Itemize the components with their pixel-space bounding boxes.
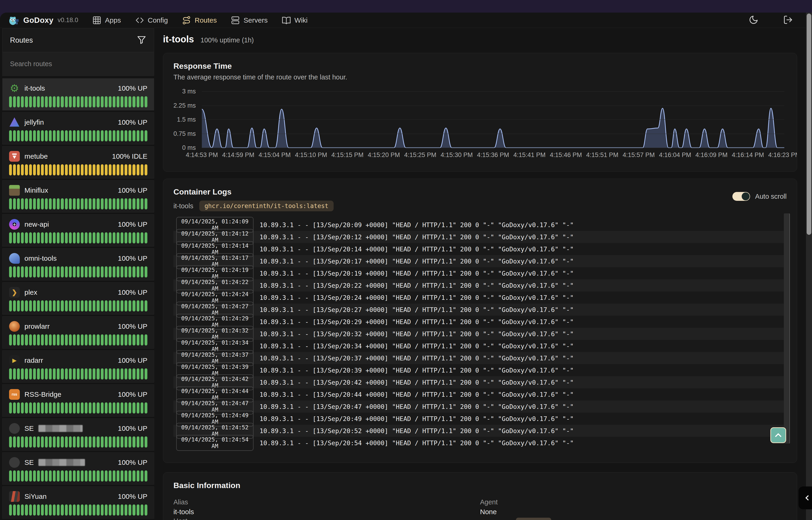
uptime-bar [41, 334, 44, 345]
uptime-bar [57, 436, 60, 447]
nav-item-apps[interactable]: Apps [92, 16, 121, 25]
uptime-bar [113, 164, 115, 176]
uptime-bar [93, 402, 95, 414]
log-list[interactable]: 09/14/2025, 01:24:09 AM 10.89.3.1 - - [1… [173, 219, 787, 449]
uptime-bar [93, 470, 95, 482]
uptime-bar [65, 504, 68, 516]
logout-button[interactable] [783, 15, 793, 26]
uptime-bar [113, 96, 115, 107]
page-scrollbar[interactable] [806, 12, 812, 520]
collapse-panel-tab[interactable] [799, 487, 812, 509]
uptime-bar [117, 164, 119, 176]
uptime-bar [105, 266, 108, 278]
uptime-bar [49, 266, 52, 278]
route-list-item[interactable]: omni-tools 100% UP [2, 249, 154, 281]
uptime-bar [65, 402, 68, 414]
page-scrollbar-thumb[interactable] [807, 14, 811, 235]
uptime-bar [25, 300, 28, 311]
nav-item-wiki[interactable]: Wiki [282, 16, 308, 25]
uptime-bar [120, 402, 123, 414]
uptime-bar [141, 402, 143, 414]
route-app-icon [9, 423, 20, 434]
uptime-bar [69, 334, 72, 345]
uptime-bar [133, 470, 135, 482]
uptime-bar [33, 470, 36, 482]
uptime-bar [133, 266, 135, 278]
nav-item-routes[interactable]: Routes [182, 16, 217, 25]
route-uptime-bars [9, 266, 147, 278]
uptime-bar [113, 130, 115, 141]
route-app-icon [9, 185, 20, 196]
nav-item-config[interactable]: Config [135, 16, 168, 25]
route-list-item[interactable]: Miniflux 100% UP [2, 180, 154, 212]
uptime-bar [120, 130, 123, 141]
uptime-bar [141, 232, 143, 243]
uptime-bar [120, 164, 123, 176]
uptime-bar [101, 402, 104, 414]
uptime-bar [61, 232, 63, 243]
field-label: Agent [480, 498, 787, 506]
uptime-bar [49, 470, 52, 482]
scroll-to-top-button[interactable] [770, 427, 786, 443]
uptime-bar [141, 470, 143, 482]
route-list-item[interactable]: SE 100% UP [2, 452, 154, 485]
uptime-bar [57, 130, 60, 141]
route-list-item[interactable]: + new-api 100% UP [2, 214, 154, 246]
uptime-bar [69, 436, 72, 447]
uptime-bar [89, 334, 91, 345]
uptime-bar [25, 402, 28, 414]
route-list-item[interactable]: jellyfin 100% UP [2, 112, 154, 145]
uptime-bar [96, 266, 100, 278]
uptime-bar [61, 266, 63, 278]
brand[interactable]: GoDoxy v0.18.0 [8, 15, 78, 26]
uptime-bar [25, 436, 28, 447]
auto-scroll-toggle[interactable] [732, 192, 750, 201]
sidebar-title: Routes [10, 36, 33, 45]
uptime-bar [21, 300, 24, 311]
uptime-bar [133, 232, 135, 243]
route-app-icon: rss [9, 389, 20, 400]
uptime-bar [124, 96, 127, 107]
log-message: 10.89.3.1 - - [13/Sep/20:14 +0000] "HEAD… [259, 245, 573, 253]
log-row: 09/14/2025, 01:24:49 AM 10.89.3.1 - - [1… [173, 413, 787, 425]
uptime-bar [9, 300, 12, 311]
uptime-bar [13, 96, 16, 107]
uptime-bar [69, 368, 72, 380]
uptime-bar [81, 504, 84, 516]
y-axis-tick-label: 0 ms [182, 144, 196, 151]
brand-version: v0.18.0 [58, 17, 79, 24]
route-list-item[interactable]: metube 100% IDLE [2, 146, 154, 179]
uptime-bar [101, 368, 104, 380]
route-list-item[interactable]: SE 100% UP [2, 418, 154, 450]
uptime-bar [124, 334, 127, 345]
route-list-item[interactable]: rss RSS-Bridge 100% UP [2, 384, 154, 417]
route-list-item[interactable]: prowlarr 100% UP [2, 316, 154, 348]
uptime-bar [137, 504, 139, 516]
uptime-bar [33, 96, 36, 107]
uptime-bar [61, 198, 63, 209]
route-list-item[interactable]: ⚙ it-tools 100% UP [2, 78, 154, 110]
route-row: ⚙ it-tools 100% UP [9, 83, 147, 94]
route-status: 100% UP [118, 424, 147, 433]
uptime-bar [124, 504, 127, 516]
log-scrollbar[interactable] [784, 213, 790, 444]
route-name: RSS-Bridge [24, 390, 61, 398]
x-axis-tick-label: 4:15:25 PM [404, 151, 436, 159]
theme-toggle-button[interactable] [749, 15, 758, 26]
nav-item-servers[interactable]: Servers [231, 16, 268, 25]
toggle-knob [742, 192, 750, 200]
route-list-item[interactable]: ❯ plex 100% UP [2, 282, 154, 314]
log-row: 09/14/2025, 01:24:54 AM 10.89.3.1 - - [1… [173, 437, 787, 449]
uptime-bar [133, 402, 135, 414]
route-name: metube [24, 152, 48, 160]
main-header: it-tools 100% uptime (1h) [163, 34, 797, 45]
uptime-bar [85, 504, 87, 516]
route-list-item[interactable]: SiYuan 100% UP [2, 487, 154, 519]
uptime-bar [57, 470, 60, 482]
uptime-bar [89, 436, 91, 447]
filter-button[interactable] [137, 35, 146, 46]
uptime-bar [85, 334, 87, 345]
route-list-item[interactable]: ▶ radarr 100% UP [2, 350, 154, 383]
search-input[interactable] [10, 60, 146, 68]
uptime-bar [25, 232, 28, 243]
